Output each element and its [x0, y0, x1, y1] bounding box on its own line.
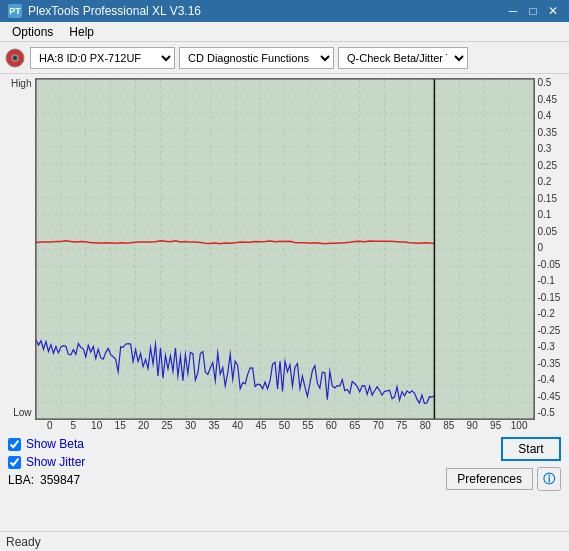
y-right-label: -0.4: [538, 375, 562, 385]
help-menu[interactable]: Help: [61, 23, 102, 41]
x-axis-label: 15: [108, 420, 131, 431]
function-select[interactable]: CD Diagnostic Functions: [179, 47, 334, 69]
toolbar-icon: [4, 47, 26, 69]
y-right-label: 0.45: [538, 95, 562, 105]
show-jitter-checkbox-row[interactable]: Show Jitter: [8, 455, 85, 469]
y-right-label: 0.3: [538, 144, 562, 154]
window-title: PlexTools Professional XL V3.16: [28, 4, 201, 18]
x-axis-label: 95: [484, 420, 507, 431]
x-axis-label: 55: [296, 420, 319, 431]
x-axis-label: 90: [460, 420, 483, 431]
y-right-label: -0.35: [538, 359, 562, 369]
y-right-label: -0.45: [538, 392, 562, 402]
x-axis-label: 30: [179, 420, 202, 431]
x-axis-label: 65: [343, 420, 366, 431]
high-label: High: [8, 78, 32, 89]
show-beta-checkbox[interactable]: [8, 438, 21, 451]
x-axis-label: 45: [249, 420, 272, 431]
menu-bar: Options Help: [0, 22, 569, 42]
start-button[interactable]: Start: [501, 437, 561, 461]
x-axis-label: 60: [320, 420, 343, 431]
x-axis-label: 70: [367, 420, 390, 431]
x-axis-label: 10: [85, 420, 108, 431]
show-jitter-checkbox[interactable]: [8, 456, 21, 469]
maximize-button[interactable]: □: [525, 3, 541, 19]
x-axis-label: 25: [155, 420, 178, 431]
main-content: High Low 0.50.450.40.350.30.250.20.150.1…: [0, 74, 569, 495]
y-right-label: -0.05: [538, 260, 562, 270]
x-axis-label: 5: [61, 420, 84, 431]
y-right-label: 0.4: [538, 111, 562, 121]
status-text: Ready: [6, 535, 41, 549]
y-right-label: -0.1: [538, 276, 562, 286]
close-button[interactable]: ✕: [545, 3, 561, 19]
x-axis-label: 85: [437, 420, 460, 431]
show-beta-checkbox-row[interactable]: Show Beta: [8, 437, 85, 451]
x-axis-label: 80: [414, 420, 437, 431]
y-right-label: -0.2: [538, 309, 562, 319]
y-right-label: 0.15: [538, 194, 562, 204]
y-right-label: -0.5: [538, 408, 562, 418]
y-labels-right: 0.50.450.40.350.30.250.20.150.10.050-0.0…: [535, 78, 562, 418]
options-menu[interactable]: Options: [4, 23, 61, 41]
y-right-label: 0.35: [538, 128, 562, 138]
app-icon: PT: [8, 4, 22, 18]
lba-label: LBA:: [8, 473, 34, 487]
x-axis-label: 50: [273, 420, 296, 431]
y-right-label: -0.25: [538, 326, 562, 336]
y-right-label: 0.5: [538, 78, 562, 88]
show-jitter-label: Show Jitter: [26, 455, 85, 469]
x-axis-label: 0: [38, 420, 61, 431]
x-axis-label: 35: [202, 420, 225, 431]
x-axis-label: 20: [132, 420, 155, 431]
show-beta-label: Show Beta: [26, 437, 84, 451]
status-bar: Ready: [0, 531, 569, 551]
y-right-label: 0: [538, 243, 562, 253]
x-axis-label: 100: [507, 420, 530, 431]
toolbar: HA:8 ID:0 PX-712UF CD Diagnostic Functio…: [0, 42, 569, 74]
y-right-label: 0.25: [538, 161, 562, 171]
y-right-label: 0.05: [538, 227, 562, 237]
lba-value: 359847: [40, 473, 80, 487]
y-right-label: 0.1: [538, 210, 562, 220]
x-axis-label: 75: [390, 420, 413, 431]
svg-point-2: [13, 56, 17, 60]
x-axis-label: 40: [226, 420, 249, 431]
y-right-label: -0.3: [538, 342, 562, 352]
drive-select[interactable]: HA:8 ID:0 PX-712UF: [30, 47, 175, 69]
y-right-label: -0.15: [538, 293, 562, 303]
preferences-button[interactable]: Preferences: [446, 468, 533, 490]
title-bar: PT PlexTools Professional XL V3.16 ─ □ ✕: [0, 0, 569, 22]
minimize-button[interactable]: ─: [505, 3, 521, 19]
info-button[interactable]: ⓘ: [537, 467, 561, 491]
y-right-label: 0.2: [538, 177, 562, 187]
low-label: Low: [8, 407, 32, 418]
test-select[interactable]: Q-Check Beta/Jitter Test: [338, 47, 468, 69]
y-labels-left: High Low: [8, 78, 35, 418]
